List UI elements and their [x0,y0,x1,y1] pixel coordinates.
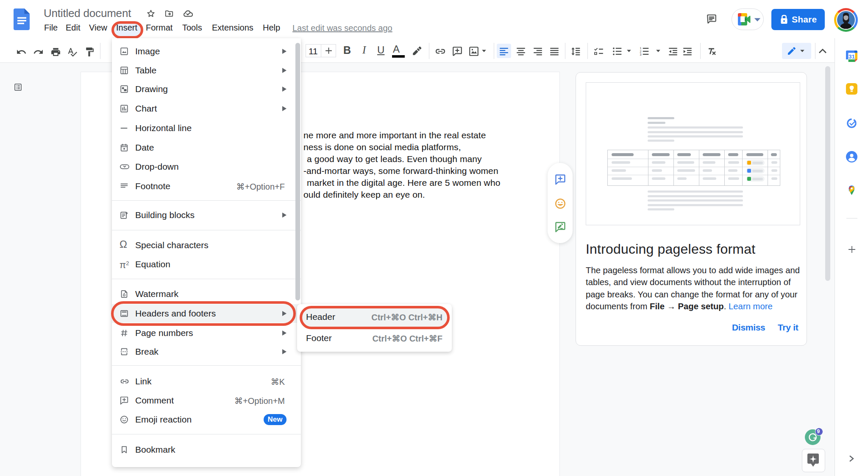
svg-text:3: 3 [640,53,642,56]
svg-text:1: 1 [640,47,642,50]
svg-text:2: 2 [640,50,642,53]
svg-text:31: 31 [849,53,855,60]
